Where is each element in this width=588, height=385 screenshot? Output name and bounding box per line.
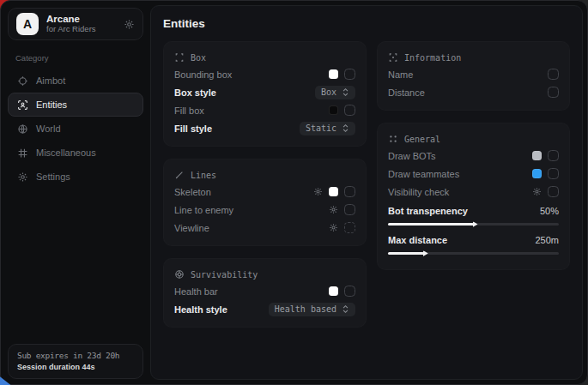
row-settings-gear-icon[interactable]: [313, 187, 323, 196]
subscription-card: Sub expires in 23d 20h Session duration …: [8, 344, 143, 379]
card-title: Box: [191, 53, 206, 63]
sidebar-item-label: Aimbot: [36, 75, 65, 86]
setting-label: Skeleton: [174, 187, 313, 197]
sidebar-item-world[interactable]: World: [8, 117, 143, 141]
setting-label: Health style: [174, 304, 269, 315]
color-swatch[interactable]: [532, 169, 542, 178]
color-swatch[interactable]: [329, 69, 338, 79]
checkbox[interactable]: [344, 186, 355, 197]
setting-row-fill-box: Fill box: [174, 101, 355, 119]
sidebar-item-label: World: [36, 123, 61, 134]
box-style-dropdown[interactable]: Box: [315, 86, 355, 99]
gear-icon: [17, 171, 28, 183]
sidebar-item-settings[interactable]: Settings: [8, 165, 143, 189]
setting-row-bounding-box: Bounding box: [174, 65, 355, 83]
card-title: General: [404, 135, 440, 144]
fill-style-dropdown[interactable]: Static: [300, 122, 355, 135]
survivability-card: Survivability Health bar Health style He…: [163, 258, 367, 328]
checkbox[interactable]: [344, 222, 355, 233]
max-distance-slider[interactable]: [388, 252, 559, 255]
setting-row-visibility-check: Visibility check: [388, 183, 559, 201]
right-column: Information Name Distance: [377, 41, 570, 270]
dropdown-value: Static: [306, 123, 336, 133]
card-title: Information: [404, 53, 461, 63]
card-title: Lines: [191, 171, 216, 180]
checkbox[interactable]: [548, 186, 559, 197]
checkbox[interactable]: [548, 150, 559, 161]
card-title: Survivability: [191, 270, 258, 280]
sidebar-item-label: Entities: [36, 99, 67, 110]
setting-label: Distance: [388, 87, 548, 98]
app-subtitle: for Arc Riders: [46, 25, 116, 34]
sidebar-nav: Aimbot Entities World Miscellaneous: [8, 69, 143, 189]
row-settings-gear-icon[interactable]: [329, 205, 338, 214]
left-column: Box Bounding box Box style Box: [163, 41, 367, 328]
brand-settings-icon[interactable]: [124, 19, 135, 30]
session-duration-text: Session duration 44s: [17, 363, 134, 371]
page-title: Entities: [163, 17, 570, 30]
checkbox[interactable]: [344, 105, 355, 116]
setting-label: Viewline: [174, 223, 329, 233]
checkbox[interactable]: [548, 69, 559, 80]
setting-label: Draw BOTs: [388, 151, 532, 161]
setting-row-health-bar: Health bar: [174, 282, 355, 300]
checkbox[interactable]: [344, 69, 355, 80]
sidebar-item-entities[interactable]: Entities: [8, 93, 143, 117]
slider-value: 250m: [535, 235, 559, 245]
brand-card: A Arcane for Arc Riders: [8, 8, 143, 40]
sidebar-item-aimbot[interactable]: Aimbot: [8, 69, 143, 93]
bot-transparency-slider[interactable]: [388, 223, 559, 226]
color-swatch[interactable]: [329, 105, 338, 115]
setting-row-skeleton: Skeleton: [174, 183, 355, 201]
chevron-up-down-icon: [342, 87, 349, 97]
chevron-up-down-icon: [342, 304, 349, 314]
sidebar-item-miscellaneous[interactable]: Miscellaneous: [8, 141, 143, 165]
slider-thumb[interactable]: [423, 250, 428, 256]
setting-label: Health bar: [174, 286, 329, 297]
setting-row-line-to-enemy: Line to enemy: [174, 201, 355, 219]
setting-row-health-style: Health style Health based: [174, 300, 355, 318]
color-swatch[interactable]: [329, 187, 338, 196]
setting-row-box-style: Box style Box: [174, 83, 355, 101]
box-brackets-icon: [174, 52, 185, 63]
setting-label: Bounding box: [174, 69, 329, 80]
color-swatch[interactable]: [532, 151, 542, 160]
globe-icon: [17, 123, 28, 135]
dropdown-value: Health based: [275, 304, 336, 314]
setting-label: Fill style: [174, 123, 300, 134]
sidebar-item-label: Miscellaneous: [36, 147, 96, 158]
setting-row-draw-teammates: Draw teammates: [388, 165, 559, 183]
setting-row-name: Name: [388, 65, 559, 83]
setting-row-fill-style: Fill style Static: [174, 119, 355, 137]
setting-label: Fill box: [174, 105, 329, 116]
checkbox[interactable]: [548, 168, 559, 179]
entities-icon: [17, 99, 28, 111]
checkbox[interactable]: [344, 204, 355, 215]
general-card: General Draw BOTs Draw teammates: [377, 123, 570, 270]
checkbox[interactable]: [344, 286, 355, 297]
box-card: Box Bounding box Box style Box: [163, 41, 367, 147]
setting-label: Name: [388, 69, 548, 80]
setting-label: Box style: [174, 87, 315, 98]
pencil-line-icon: [174, 170, 185, 180]
color-swatch[interactable]: [329, 286, 338, 296]
setting-label: Draw teammates: [388, 169, 532, 179]
max-distance-slider-group: Max distance 250m: [388, 232, 559, 255]
chevron-up-down-icon: [342, 123, 349, 133]
information-scan-icon: [388, 52, 398, 63]
grid-icon: [17, 147, 28, 159]
row-settings-gear-icon[interactable]: [532, 187, 542, 196]
slider-value: 50%: [540, 206, 559, 216]
main-panel: Entities Box Bounding box: [150, 5, 583, 380]
slider-thumb[interactable]: [473, 221, 478, 227]
row-settings-gear-icon[interactable]: [329, 223, 338, 232]
health-style-dropdown[interactable]: Health based: [269, 303, 355, 316]
slider-label: Bot transpenency: [388, 206, 540, 216]
crosshair-icon: [17, 75, 28, 87]
app-logo: A: [16, 13, 39, 35]
sidebar: A Arcane for Arc Riders Category Aimbot: [1, 1, 150, 384]
lines-card: Lines Skeleton Line to enemy: [163, 159, 367, 246]
sub-expiry-text: Sub expires in 23d 20h: [17, 351, 134, 360]
checkbox[interactable]: [548, 87, 559, 98]
arcane-window: A Arcane for Arc Riders Category Aimbot: [0, 0, 588, 385]
